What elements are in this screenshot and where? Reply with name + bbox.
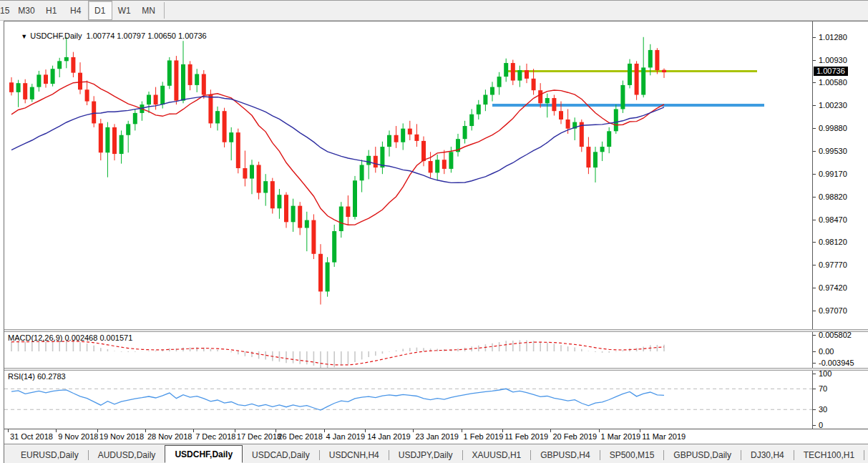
axis-tick — [813, 311, 816, 311]
date-tick — [462, 429, 462, 432]
date-tick — [502, 429, 503, 432]
timeframe-button-15[interactable]: 15 — [0, 1, 14, 20]
chart-tab-usdcnh[interactable]: USDCNH,H4 — [320, 447, 389, 463]
rsi-axis[interactable]: 10070300 — [812, 371, 868, 429]
rsi-chart-canvas[interactable] — [4, 371, 812, 429]
chart-tab-usdcad[interactable]: USDCAD,Daily — [243, 447, 319, 463]
date-tick — [550, 429, 551, 432]
price-axis[interactable]: 1.012801.009301.005801.002300.998800.995… — [812, 21, 868, 329]
axis-tick — [813, 60, 816, 61]
current-price-tag: 1.00736 — [814, 67, 848, 76]
date-tick — [97, 429, 98, 432]
macd-histogram — [11, 340, 664, 368]
price-axis-label: 0.98470 — [819, 215, 847, 224]
axis-tick — [813, 265, 816, 265]
date-tick — [193, 429, 194, 432]
chart-ohlc-values: 1.00774 1.00797 1.00650 1.00736 — [87, 31, 207, 40]
axis-tick — [813, 105, 816, 106]
date-label: 19 Nov 2018 — [99, 432, 144, 441]
chart-tab-usdchf[interactable]: USDCHF,Daily — [165, 445, 243, 463]
timeframe-button-m30[interactable]: M30 — [14, 1, 39, 20]
collapse-chart-icon[interactable]: ▼ — [21, 33, 27, 40]
axis-tick — [813, 82, 816, 83]
axis-tick — [813, 351, 816, 352]
chart-tab-tech100[interactable]: TECH100,H1 — [794, 447, 864, 463]
timeframe-toolbar: 15M30H1H4D1W1MN — [0, 1, 868, 21]
rsi-axis-label: 70 — [819, 384, 827, 393]
rsi-axis-label: 100 — [819, 369, 832, 378]
chart-title: ▼USDCHF,Daily 1.00774 1.00797 1.00650 1.… — [8, 23, 207, 49]
date-label: 17 Dec 2018 — [237, 432, 281, 441]
axis-tick — [813, 37, 816, 38]
date-label: 31 Oct 2018 — [10, 432, 53, 441]
axis-tick — [813, 174, 816, 175]
date-label: 7 Dec 2018 — [195, 432, 235, 441]
axis-tick — [813, 409, 816, 410]
price-chart-panel: ▼USDCHF,Daily 1.00774 1.00797 1.00650 1.… — [4, 21, 868, 329]
chart-window: ▼USDCHF,Daily 1.00774 1.00797 1.00650 1.… — [4, 21, 868, 463]
axis-tick — [813, 374, 816, 374]
timeframe-button-h1[interactable]: H1 — [39, 1, 64, 20]
date-tick — [640, 429, 640, 432]
macd-axis-label: -0.003945 — [819, 359, 854, 367]
date-tick — [324, 429, 325, 432]
price-axis-label: 1.00580 — [819, 78, 847, 87]
price-axis-label: 0.97070 — [819, 306, 847, 315]
macd-axis-label: 0.005802 — [819, 331, 852, 339]
price-axis-label: 0.99880 — [819, 124, 847, 132]
price-axis-label: 0.97420 — [819, 283, 847, 292]
axis-tick — [813, 220, 816, 220]
date-tick — [599, 429, 600, 432]
date-tick — [56, 429, 57, 432]
date-label: 4 Jan 2019 — [326, 432, 365, 441]
date-axis[interactable]: 31 Oct 20189 Nov 201819 Nov 201828 Nov 2… — [4, 429, 868, 444]
rsi-line — [11, 389, 664, 410]
date-label: 23 Jan 2019 — [415, 432, 459, 441]
date-tick — [235, 429, 235, 432]
macd-indicator-label: MACD(12,26,9) 0.002468 0.001571 — [8, 333, 132, 342]
chart-tab-gbpusd[interactable]: GBPUSD,H4 — [531, 447, 599, 463]
chart-tab-gbpusd[interactable]: GBPUSD,Daily — [664, 447, 741, 463]
axis-tick — [813, 363, 816, 364]
date-label: 28 Nov 2018 — [147, 432, 192, 441]
date-tick — [275, 429, 276, 432]
candles[interactable] — [9, 37, 666, 305]
axis-tick — [813, 128, 816, 129]
chart-tab-usdjpy[interactable]: USDJPY,Daily — [389, 447, 462, 463]
price-axis-label: 1.00230 — [819, 101, 847, 109]
timeframe-button-h4[interactable]: H4 — [64, 1, 88, 20]
timeframe-button-w1[interactable]: W1 — [112, 1, 137, 20]
chart-tab-ukc[interactable]: UKC — [864, 447, 868, 463]
chart-tab-audusd[interactable]: AUDUSD,Daily — [89, 447, 165, 463]
fast-ma-line[interactable] — [11, 82, 664, 225]
timeframe-button-d1[interactable]: D1 — [88, 1, 112, 20]
date-label: 14 Jan 2019 — [367, 432, 411, 441]
price-axis-label: 0.99530 — [819, 147, 847, 155]
date-label: 9 Nov 2018 — [58, 432, 98, 441]
macd-axis-label: 0.00 — [819, 347, 834, 356]
axis-tick — [813, 389, 816, 389]
axis-tick — [813, 335, 816, 336]
price-axis-label: 1.01280 — [819, 33, 847, 42]
axis-tick — [813, 151, 816, 152]
chart-tab-sp500[interactable]: SP500,M15 — [600, 447, 664, 463]
chart-tab-eurusd[interactable]: EURUSD,Daily — [11, 447, 88, 463]
timeframe-button-mn[interactable]: MN — [137, 1, 161, 20]
macd-signal-line — [11, 341, 664, 365]
macd-axis[interactable]: 0.0058020.00-0.003945 — [812, 332, 868, 368]
chart-tab-xauusd[interactable]: XAUUSD,H1 — [463, 447, 531, 463]
date-tick — [413, 429, 414, 432]
chart-tab-dj30[interactable]: DJ30,H4 — [741, 447, 794, 463]
price-axis-label: 0.98820 — [819, 192, 847, 201]
date-label: 11 Feb 2019 — [504, 432, 548, 441]
date-tick — [145, 429, 146, 432]
price-axis-label: 0.97770 — [819, 260, 847, 269]
price-axis-label: 0.99170 — [819, 170, 847, 178]
date-label: 1 Mar 2019 — [601, 432, 641, 441]
axis-tick — [813, 242, 816, 243]
axis-tick — [813, 288, 816, 288]
date-label: 1 Feb 2019 — [464, 432, 504, 441]
price-chart-canvas[interactable] — [4, 21, 812, 329]
chart-symbol-label: USDCHF,Daily — [30, 31, 82, 40]
date-label: 20 Feb 2019 — [552, 432, 597, 441]
